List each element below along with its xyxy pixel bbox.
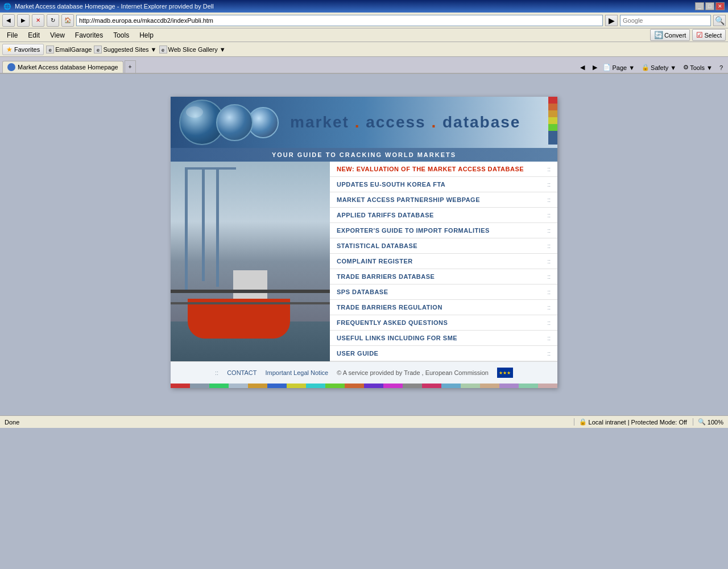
tab-label: Market Access database Homepage [18, 64, 118, 71]
safety-icon: 🔒 [642, 64, 650, 71]
suggested-icon: e [94, 46, 102, 53]
nav-item-links-text: USEFUL LINKS INCLUDING FOR SME [337, 335, 457, 341]
site-container: market . access . database YOUR GUIDE TO… [171, 97, 557, 388]
page-button[interactable]: 📄 Page ▼ [600, 63, 638, 72]
browser-icon: 🌐 [3, 3, 11, 10]
bar-seg-19 [519, 384, 538, 388]
tab-nav-right[interactable]: ▶ [590, 63, 600, 72]
fav-webslice[interactable]: e Web Slice Gallery ▼ [159, 46, 226, 53]
bar-seg-20 [538, 384, 557, 388]
footer-contact-link[interactable]: CONTACT [227, 369, 257, 376]
nav-item-trade-barriers-reg-text: TRADE BARRIERS REGULATION [337, 304, 442, 311]
home-button[interactable]: 🏠 [61, 14, 74, 27]
nav-item-partnership[interactable]: MARKET ACCESS PARTNERSHIP WEBPAGE :: [330, 192, 557, 208]
menu-favorites[interactable]: Favorites [71, 30, 107, 40]
ship-cabin [233, 270, 267, 299]
nav-item-sps[interactable]: SPS DATABASE :: [330, 284, 557, 300]
minimize-button[interactable]: _ [695, 2, 704, 10]
new-tab-button[interactable]: + [125, 60, 136, 73]
bar-seg-14 [422, 384, 441, 388]
bar-seg-17 [480, 384, 499, 388]
lock-icon: 🔒 [579, 418, 587, 426]
nav-item-guide[interactable]: USER GUIDE :: [330, 346, 557, 361]
favorites-bar: ★ Favorites e EmailGarage e Suggested Si… [0, 42, 728, 57]
stop-button[interactable]: ✕ [32, 14, 44, 27]
nav-item-trade-barriers-db[interactable]: TRADE BARRIERS DATABASE :: [330, 269, 557, 284]
nav-item-guide-text: USER GUIDE [337, 350, 378, 357]
nav-item-exporter-text: EXPORTER'S GUIDE TO IMPORT FORMALITIES [337, 227, 490, 234]
protected-mode-status: 🔒 Local intranet | Protected Mode: Off [574, 418, 687, 426]
nav-item-tariffs-text: APPLIED TARIFFS DATABASE [337, 212, 434, 218]
safety-button[interactable]: 🔒 Safety ▼ [639, 63, 679, 72]
port-image [171, 162, 330, 361]
dock-rail-2 [171, 302, 330, 304]
page-icon: 📄 [603, 64, 611, 71]
ship-scene [171, 162, 330, 361]
content-split: NEW: EVALUATION OF THE MARKET ACCESS DAT… [171, 162, 557, 361]
tab-nav-left[interactable]: ◀ [577, 63, 588, 72]
dock-rail [171, 290, 330, 293]
zoom-status[interactable]: 🔍 100% [693, 418, 723, 426]
bar-seg-9 [325, 384, 345, 388]
nav-dots-trade-barriers-db: :: [547, 274, 551, 280]
tab-main[interactable]: Market Access database Homepage [2, 61, 123, 73]
nav-item-tariffs[interactable]: APPLIED TARIFFS DATABASE :: [330, 208, 557, 223]
menu-view[interactable]: View [46, 30, 69, 40]
nav-dots-statistical: :: [547, 243, 551, 249]
globe-2 [216, 104, 253, 141]
status-text: Done [5, 419, 19, 426]
menu-edit[interactable]: Edit [23, 30, 44, 40]
nav-item-statistical[interactable]: STATISTICAL DATABASE :: [330, 238, 557, 254]
close-button[interactable]: ✕ [715, 2, 725, 10]
footer-credit: © A service provided by Trade , European… [337, 369, 489, 376]
nav-item-faq-text: FREQUENTLY ASKED QUESTIONS [337, 319, 448, 326]
nav-item-faq[interactable]: FREQUENTLY ASKED QUESTIONS :: [330, 315, 557, 331]
go-button[interactable]: ▶ [605, 15, 618, 26]
fav-suggested[interactable]: e Suggested Sites ▼ [94, 46, 156, 53]
site-header: market . access . database [171, 97, 557, 148]
footer-contact-dots: :: [215, 369, 218, 376]
menu-file[interactable]: File [2, 30, 22, 40]
menu-help[interactable]: Help [135, 30, 158, 40]
nav-item-links[interactable]: USEFUL LINKS INCLUDING FOR SME :: [330, 331, 557, 346]
nav-dots-korea: :: [547, 182, 551, 188]
webslice-icon: e [159, 46, 167, 53]
favorites-button[interactable]: ★ Favorites [2, 44, 44, 55]
site-title: market . access . database [290, 113, 549, 131]
tools-button[interactable]: ⚙ Tools ▼ [680, 63, 715, 72]
status-right: 🔒 Local intranet | Protected Mode: Off 🔍… [574, 418, 723, 426]
refresh-button[interactable]: ↻ [47, 14, 59, 27]
menu-tools[interactable]: Tools [109, 30, 134, 40]
nav-dots-sps: :: [547, 289, 551, 295]
footer-legal-link[interactable]: Important Legal Notice [266, 369, 329, 376]
tools-icon: ⚙ [683, 64, 689, 71]
crane-3 [216, 167, 219, 287]
search-button[interactable]: 🔍 [713, 15, 726, 26]
select-button[interactable]: ☑ Select [692, 29, 726, 41]
bar-seg-15 [441, 384, 461, 388]
nav-dots-trade-barriers-reg: :: [547, 304, 551, 311]
forward-button[interactable]: ▶ [17, 14, 30, 27]
zoom-icon: 🔍 [698, 418, 706, 426]
nav-dots-tariffs: :: [547, 212, 551, 218]
nav-item-complaint[interactable]: COMPLAINT REGISTER :: [330, 254, 557, 269]
nav-item-statistical-text: STATISTICAL DATABASE [337, 242, 417, 249]
nav-item-trade-barriers-db-text: TRADE BARRIERS DATABASE [337, 273, 435, 280]
nav-item-korea[interactable]: UPDATES EU-SOUTH KOREA FTA :: [330, 177, 557, 192]
restore-button[interactable]: □ [705, 2, 714, 10]
bar-seg-5 [248, 384, 267, 388]
bar-seg-13 [403, 384, 422, 388]
search-input[interactable] [620, 15, 711, 26]
convert-icon: 🔄 [654, 31, 663, 39]
menu-bar: File Edit View Favorites Tools Help 🔄 Co… [0, 28, 728, 42]
nav-item-exporter[interactable]: EXPORTER'S GUIDE TO IMPORT FORMALITIES :… [330, 223, 557, 238]
fav-emailgarage[interactable]: e EmailGarage [46, 46, 92, 53]
nav-item-trade-barriers-reg[interactable]: TRADE BARRIERS REGULATION :: [330, 300, 557, 315]
eu-flag: ★★★ [497, 368, 513, 378]
address-input[interactable] [76, 15, 603, 26]
convert-button[interactable]: 🔄 Convert [650, 29, 690, 41]
back-button[interactable]: ◀ [2, 14, 15, 27]
tab-bar: Market Access database Homepage + ◀ ▶ 📄 … [0, 57, 728, 74]
help-button[interactable]: ? [717, 64, 726, 72]
nav-item-eval[interactable]: NEW: EVALUATION OF THE MARKET ACCESS DAT… [330, 162, 557, 177]
